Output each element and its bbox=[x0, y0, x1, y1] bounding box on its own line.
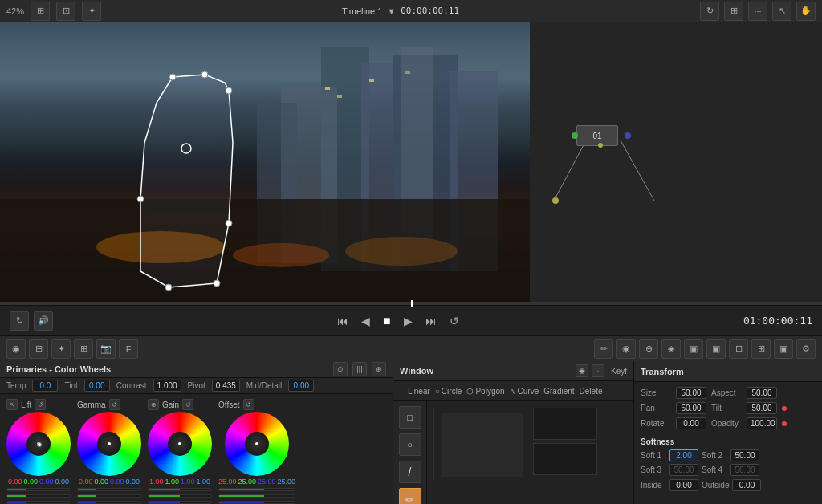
window-content bbox=[427, 401, 633, 504]
loop-toggle-btn[interactable]: ↺ bbox=[446, 313, 462, 329]
window-body: □ ○ / ✏ bbox=[393, 401, 633, 504]
lift-w: 0.00 bbox=[55, 478, 70, 486]
tracker-btn[interactable]: ⊡ bbox=[729, 339, 748, 359]
step-back-btn[interactable]: ◀ bbox=[358, 313, 373, 329]
gain-wheel[interactable] bbox=[148, 412, 212, 476]
delete-label: Delete bbox=[580, 387, 603, 396]
node-item[interactable]: 01 bbox=[576, 125, 618, 146]
stereo-btn[interactable]: ⊞ bbox=[751, 339, 771, 359]
gain-crosshair-btn[interactable]: ⊕ bbox=[148, 399, 159, 410]
curve-tool-btn[interactable]: ∿ Curve bbox=[510, 387, 539, 396]
top-bar-left: 42% ⊞ ⊡ ✦ bbox=[6, 2, 101, 21]
scrubber-bar[interactable] bbox=[0, 302, 822, 305]
timecode-bottom: 01:00:00:11 bbox=[743, 315, 812, 327]
window-more-btn[interactable]: ··· bbox=[592, 364, 604, 377]
transform-panel: Transform Size 50.00 Aspect 50.00 Pan 50… bbox=[634, 361, 822, 504]
mid-detail-value[interactable]: 0.00 bbox=[288, 380, 314, 392]
export-btn[interactable]: ▣ bbox=[774, 339, 793, 359]
opacity-value[interactable]: 100.00 bbox=[747, 417, 777, 429]
delete-tool-btn[interactable]: Delete bbox=[580, 387, 603, 396]
inside-row: Inside 0.00 Outside 0.00 bbox=[634, 478, 822, 493]
camera-btn[interactable]: 📷 bbox=[96, 339, 116, 359]
pivot-value[interactable]: 0.435 bbox=[212, 380, 240, 392]
color-panel-header: Primaries - Color Wheels ⊙ ||| ⊕ bbox=[0, 361, 393, 378]
skip-back-btn[interactable]: ⏮ bbox=[334, 313, 352, 329]
color-tool-btn[interactable]: ◉ bbox=[6, 339, 26, 359]
lift-reset-btn[interactable]: ↺ bbox=[35, 399, 46, 410]
circle-tool-btn[interactable]: ○ Circle bbox=[435, 387, 462, 396]
mask-btn[interactable]: ▣ bbox=[684, 339, 703, 359]
grid-icon[interactable]: ⊞ bbox=[724, 2, 743, 21]
play-btn[interactable]: ▶ bbox=[401, 313, 416, 329]
video-preview[interactable] bbox=[0, 22, 530, 302]
settings-btn[interactable]: ⚙ bbox=[796, 339, 816, 359]
more-icon[interactable]: ··· bbox=[748, 2, 767, 21]
node-btn[interactable]: ✦ bbox=[51, 339, 71, 359]
stop-btn[interactable]: ■ bbox=[380, 312, 394, 330]
rotate-value[interactable]: 0.00 bbox=[676, 417, 706, 429]
opacity-label: Opacity bbox=[711, 419, 742, 428]
window-mini-2 bbox=[533, 443, 597, 475]
soft3-value[interactable]: 50.00 bbox=[669, 464, 698, 476]
refresh-icon[interactable]: ↻ bbox=[700, 2, 719, 21]
gradient-tool-btn[interactable]: Gradient bbox=[543, 387, 574, 396]
loop-btn[interactable]: ↻ bbox=[10, 311, 29, 331]
linear-tool-btn[interactable]: — Linear bbox=[398, 387, 430, 396]
gain-b: 1.00 bbox=[181, 478, 195, 486]
soft4-value[interactable]: 50.00 bbox=[730, 464, 759, 476]
transform-body: Size 50.00 Aspect 50.00 Pan 50.00 Tilt 5… bbox=[634, 382, 822, 434]
offset-wheel[interactable] bbox=[225, 412, 289, 476]
soft3-label: Soft 3 bbox=[641, 465, 666, 474]
gamma-wheel[interactable] bbox=[77, 412, 141, 476]
shape-square-btn[interactable]: □ bbox=[399, 406, 421, 429]
shape-pen-edit-btn[interactable]: ✏ bbox=[399, 488, 421, 504]
transform-tool-btn[interactable]: ✦ bbox=[82, 2, 101, 21]
eye-btn[interactable]: ◉ bbox=[616, 339, 636, 359]
polygon-tool-btn[interactable]: ⬡ Polygon bbox=[466, 387, 504, 396]
blur-btn[interactable]: ◈ bbox=[661, 339, 681, 359]
cursor-icon[interactable]: ↖ bbox=[772, 2, 791, 21]
fx-btn[interactable]: F bbox=[119, 339, 138, 359]
window-eye-btn[interactable]: ◉ bbox=[576, 364, 588, 377]
size-label: Size bbox=[641, 388, 671, 397]
pivot-label: Pivot bbox=[188, 381, 206, 390]
color-settings-icon[interactable]: ⊙ bbox=[333, 362, 348, 376]
window-shapes: □ ○ / ✏ bbox=[393, 401, 427, 504]
shape-circle-btn[interactable]: ○ bbox=[399, 433, 421, 456]
clip-btn[interactable]: ⊞ bbox=[74, 339, 93, 359]
color-search-icon[interactable]: ⊕ bbox=[372, 362, 386, 376]
soft2-value[interactable]: 50.00 bbox=[730, 449, 759, 461]
grid-view-btn[interactable]: ⊞ bbox=[31, 2, 50, 21]
outside-value[interactable]: 0.00 bbox=[732, 479, 761, 491]
top-bar-right: ↻ ⊞ ··· ↖ ✋ bbox=[700, 2, 816, 21]
svg-rect-10 bbox=[405, 71, 410, 74]
window-toolbar: — Linear ○ Circle ⬡ Polygon ∿ Curve Grad… bbox=[393, 381, 633, 401]
shape-pen-btn[interactable]: / bbox=[399, 461, 421, 483]
qual-btn[interactable]: ▣ bbox=[706, 339, 726, 359]
hand-icon[interactable]: ✋ bbox=[796, 2, 816, 21]
aspect-value[interactable]: 50.00 bbox=[747, 387, 777, 399]
pen-tool-btn[interactable]: ✏ bbox=[594, 339, 613, 359]
pan-value[interactable]: 50.00 bbox=[676, 402, 706, 414]
timeline-dropdown-icon[interactable]: ▼ bbox=[387, 6, 396, 16]
inside-value[interactable]: 0.00 bbox=[669, 479, 698, 491]
gamma-reset-btn[interactable]: ↺ bbox=[109, 399, 120, 410]
temp-value[interactable]: 0.0 bbox=[32, 380, 58, 392]
lut-btn[interactable]: ⊟ bbox=[29, 339, 48, 359]
color-bars-icon[interactable]: ||| bbox=[352, 362, 367, 376]
gain-reset-btn[interactable]: ↺ bbox=[182, 399, 193, 410]
top-bar: 42% ⊞ ⊡ ✦ Timeline 1 ▼ 00:00:00:11 ↻ ⊞ ·… bbox=[0, 0, 822, 22]
picker-btn[interactable]: ⊕ bbox=[639, 339, 658, 359]
fit-btn[interactable]: ⊡ bbox=[56, 2, 75, 21]
volume-btn[interactable]: 🔊 bbox=[34, 311, 53, 331]
soft1-value[interactable]: 2.00 bbox=[669, 449, 698, 461]
tint-value[interactable]: 0.00 bbox=[84, 380, 110, 392]
offset-reset-btn[interactable]: ↺ bbox=[243, 399, 254, 410]
transform-row-rotate: Rotate 0.00 Opacity 100.00 bbox=[641, 417, 816, 429]
lift-wheel[interactable] bbox=[6, 412, 71, 476]
skip-forward-btn[interactable]: ⏭ bbox=[422, 313, 440, 329]
size-value[interactable]: 50.00 bbox=[676, 387, 706, 399]
lift-pointer-btn[interactable]: ↖ bbox=[6, 399, 18, 410]
tilt-value[interactable]: 50.00 bbox=[747, 402, 777, 414]
contrast-value[interactable]: 1.000 bbox=[153, 380, 181, 392]
